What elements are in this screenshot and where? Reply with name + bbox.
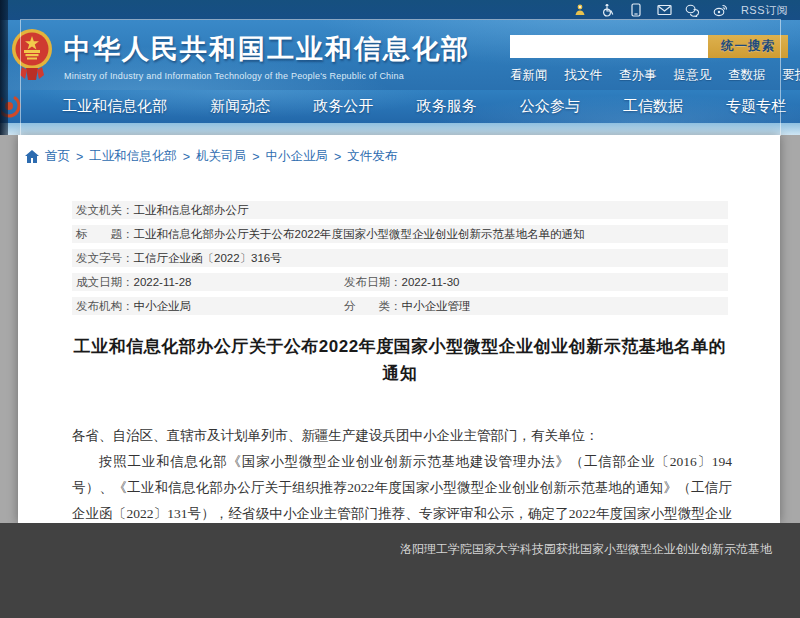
breadcrumb-separator: > <box>183 150 190 164</box>
quick-link-data[interactable]: 查数据 <box>728 67 766 84</box>
search-input[interactable] <box>510 35 708 58</box>
document-paragraph: 按照工业和信息化部《国家小型微型企业创业创新示范基地建设管理办法》（工信部企业〔… <box>72 449 732 523</box>
weibo-icon[interactable] <box>713 3 728 17</box>
nav-item-news[interactable]: 新闻动态 <box>210 97 270 116</box>
document-meta-table: 发文机关： 工业和信息化部办公厅 标 题： 工业和信息化部办公厅关于公布2022… <box>72 201 728 321</box>
meta-label: 发文机关： <box>76 201 134 219</box>
meta-label: 发文字号： <box>76 249 134 267</box>
breadcrumb-home[interactable]: 首页 <box>45 148 70 165</box>
image-caption: 洛阳理工学院国家大学科技园获批国家小型微型企业创业创新示范基地 <box>400 541 772 558</box>
site-title-block: 中华人民共和国工业和信息化部 Ministry of Industry and … <box>64 31 470 81</box>
quick-link-feedback[interactable]: 提意见 <box>674 67 712 84</box>
nav-item-gov-disclosure[interactable]: 政务公开 <box>313 97 373 116</box>
site-subtitle-en: Ministry of Industry and Information Tec… <box>64 71 470 81</box>
meta-value: 中小企业管理 <box>402 297 471 315</box>
quick-link-complaint[interactable]: 要投诉 <box>783 67 800 84</box>
nav-item-gov-services[interactable]: 政务服务 <box>416 97 476 116</box>
breadcrumb: 首页 > 工业和信息化部 > 机关司局 > 中小企业局 > 文件发布 <box>25 148 397 165</box>
document-title: 工业和信息化部办公厅关于公布2022年度国家小型微型企业创业创新示范基地名单的通… <box>72 333 728 387</box>
breadcrumb-separator: > <box>76 150 83 164</box>
caption-band: 洛阳理工学院国家大学科技园获批国家小型微型企业创业创新示范基地 <box>0 523 800 618</box>
breadcrumb-miit[interactable]: 工业和信息化部 <box>89 148 177 165</box>
meta-value: 2022-11-30 <box>402 273 460 291</box>
utility-topbar: RSS订阅 <box>0 0 800 20</box>
left-edge-shade <box>0 0 8 135</box>
site-title: 中华人民共和国工业和信息化部 <box>64 31 470 67</box>
document-body: 各省、自治区、直辖市及计划单列市、新疆生产建设兵团中小企业主管部门，有关单位： … <box>72 423 732 523</box>
site-header-zone: RSS订阅 中华人民共和国工业和信息化部 Ministry of In <box>0 0 800 135</box>
quick-link-news[interactable]: 看新闻 <box>510 67 548 84</box>
nav-item-miit[interactable]: 工业和信息化部 <box>62 97 167 116</box>
meta-row-title: 标 题： 工业和信息化部办公厅关于公布2022年度国家小型微型企业创业创新示范基… <box>72 225 728 243</box>
quick-link-services[interactable]: 查办事 <box>619 67 657 84</box>
rss-subscribe-link[interactable]: RSS订阅 <box>741 3 788 18</box>
nav-item-special-topics[interactable]: 专题专栏 <box>726 97 786 116</box>
mobile-icon[interactable] <box>629 3 644 17</box>
meta-row-document-number: 发文字号： 工信厅企业函〔2022〕316号 <box>72 249 728 267</box>
meta-row-publisher-category: 发布机构： 中小企业局 分 类： 中小企业管理 <box>72 297 728 315</box>
quick-link-documents[interactable]: 找文件 <box>565 67 603 84</box>
search-area: 统一搜索 看新闻 找文件 查办事 提意见 查数据 要投诉 <box>510 35 800 84</box>
meta-value: 工业和信息化部办公厅关于公布2022年度国家小型微型企业创业创新示范基地名单的通… <box>134 225 585 243</box>
meta-label: 标 题： <box>76 225 134 243</box>
meta-label: 发布机构： <box>76 297 134 315</box>
national-emblem-icon <box>10 27 54 83</box>
meta-value: 工信厅企业函〔2022〕316号 <box>134 249 282 267</box>
screenshot-frame: RSS订阅 中华人民共和国工业和信息化部 Ministry of In <box>0 0 800 618</box>
meta-value: 中小企业局 <box>134 297 192 315</box>
site-banner: 中华人民共和国工业和信息化部 Ministry of Industry and … <box>0 20 800 90</box>
breadcrumb-separator: > <box>334 150 341 164</box>
nav-item-mit-data[interactable]: 工信数据 <box>623 97 683 116</box>
meta-label: 发布日期： <box>344 273 402 291</box>
content-zone: 首页 > 工业和信息化部 > 机关司局 > 中小企业局 > 文件发布 发文机关：… <box>0 135 800 523</box>
meta-row-dates: 成文日期： 2022-11-28 发布日期： 2022-11-30 <box>72 273 728 291</box>
document-paragraph: 各省、自治区、直辖市及计划单列市、新疆生产建设兵团中小企业主管部门，有关单位： <box>72 423 732 449</box>
breadcrumb-document-release[interactable]: 文件发布 <box>347 148 397 165</box>
home-icon[interactable] <box>25 150 39 163</box>
quick-links: 看新闻 找文件 查办事 提意见 查数据 要投诉 <box>510 67 800 84</box>
nav-bottom-strip <box>0 123 800 135</box>
breadcrumb-departments[interactable]: 机关司局 <box>196 148 246 165</box>
meta-value: 工业和信息化部办公厅 <box>134 201 249 219</box>
accessibility-icon[interactable] <box>601 3 616 17</box>
main-navigation: 工业和信息化部 新闻动态 政务公开 政务服务 公众参与 工信数据 专题专栏 <box>0 90 800 123</box>
breadcrumb-separator: > <box>252 150 259 164</box>
breadcrumb-sme-bureau[interactable]: 中小企业局 <box>265 148 328 165</box>
wechat-icon[interactable] <box>685 3 700 17</box>
nav-item-participation[interactable]: 公众参与 <box>520 97 580 116</box>
meta-row-issuing-office: 发文机关： 工业和信息化部办公厅 <box>72 201 728 219</box>
mail-icon[interactable] <box>657 3 672 17</box>
search-button[interactable]: 统一搜索 <box>708 35 788 58</box>
meta-label: 分 类： <box>344 297 402 315</box>
care-mode-icon[interactable] <box>573 3 588 17</box>
meta-label: 成文日期： <box>76 273 134 291</box>
meta-value: 2022-11-28 <box>134 273 192 291</box>
document-page: 首页 > 工业和信息化部 > 机关司局 > 中小企业局 > 文件发布 发文机关：… <box>18 135 780 523</box>
